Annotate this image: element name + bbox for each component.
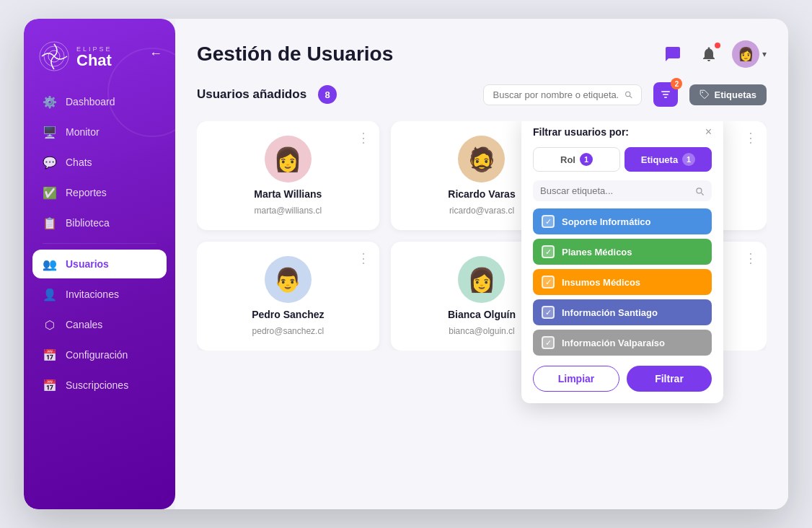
- sidebar-item-label: Reportes: [66, 187, 107, 198]
- filter-option-check: ✓: [542, 245, 555, 258]
- filter-tab-rol-count: 1: [580, 153, 593, 166]
- user-avatar: 👩: [265, 136, 312, 182]
- svg-point-3: [702, 92, 704, 93]
- sidebar-item-label: Monitor: [66, 126, 100, 138]
- sidebar-item-label: Suscripciones: [66, 379, 128, 391]
- usuarios-icon: 👥: [43, 257, 57, 271]
- page-title: Gestión de Usuarios: [197, 43, 393, 66]
- sidebar-item-invitaciones[interactable]: 👤 Invitaciones: [32, 280, 167, 309]
- bell-icon: [700, 45, 718, 63]
- back-button[interactable]: ←: [149, 46, 162, 61]
- main-header: Gestión de Usuarios 👩 ▾: [197, 40, 767, 68]
- filter-tab-rol[interactable]: Rol 1: [533, 147, 620, 172]
- filter-tab-rol-label: Rol: [560, 154, 575, 165]
- filter-option-insumos[interactable]: ✓ Insumos Médicos: [533, 269, 712, 295]
- sidebar-item-suscripciones[interactable]: 📅 Suscripciones: [32, 371, 167, 400]
- chats-icon: 💬: [43, 155, 57, 170]
- filter-option-check: ✓: [542, 215, 555, 228]
- filter-option-soporte[interactable]: ✓ Soporte Informático: [533, 208, 712, 234]
- sidebar-item-label: Canales: [66, 319, 102, 330]
- card-menu-button[interactable]: ⋮: [357, 130, 371, 146]
- user-avatar-dropdown[interactable]: 👩 ▾: [732, 40, 767, 68]
- user-email: ricardo@varas.cl: [449, 206, 514, 216]
- sidebar-item-label: Biblioteca: [66, 217, 110, 229]
- chat-button[interactable]: [660, 41, 686, 67]
- filter-count-badge: 2: [671, 78, 682, 89]
- user-name: Ricardo Varas: [448, 188, 515, 200]
- filter-title: Filtrar usuarios por:: [533, 126, 629, 138]
- sub-header-title: Usuarios añadidos: [197, 87, 306, 102]
- etiquetas-button[interactable]: Etiquetas: [689, 84, 767, 105]
- nav-divider: [43, 243, 156, 244]
- search-icon: [624, 89, 633, 100]
- search-bar: [483, 84, 642, 105]
- filter-button[interactable]: 2: [653, 82, 678, 107]
- filter-option-label: Insumos Médicos: [562, 277, 640, 288]
- user-card: ⋮ 👩 Marta Willians marta@willians.cl: [197, 121, 379, 230]
- card-menu-button[interactable]: ⋮: [357, 250, 371, 266]
- monitor-icon: 🖥️: [43, 125, 57, 139]
- filter-option-label: Soporte Informático: [562, 216, 651, 227]
- biblioteca-icon: 📋: [43, 216, 57, 230]
- app-container: ELIPSE Chat ← ⚙️ Dashboard 🖥️ Monitor 💬 …: [24, 19, 788, 509]
- notifications-button[interactable]: [696, 41, 722, 67]
- limpiar-button[interactable]: Limpiar: [533, 366, 619, 392]
- card-menu-button[interactable]: ⋮: [744, 130, 758, 146]
- dashboard-icon: ⚙️: [43, 94, 57, 109]
- filter-search-input[interactable]: [540, 185, 689, 196]
- filter-tab-etiqueta-count: 1: [682, 153, 695, 166]
- sidebar-item-dashboard[interactable]: ⚙️ Dashboard: [32, 87, 167, 116]
- filter-option-valparaiso[interactable]: ✓ Información Valparaíso: [533, 330, 712, 356]
- main-content: Gestión de Usuarios 👩 ▾: [175, 19, 788, 509]
- filter-tab-etiqueta-label: Etiqueta: [641, 154, 678, 165]
- sidebar-navigation: ⚙️ Dashboard 🖥️ Monitor 💬 Chats ✅ Report…: [24, 87, 175, 495]
- sidebar-item-chats[interactable]: 💬 Chats: [32, 148, 167, 177]
- filter-search-icon: [694, 186, 705, 196]
- user-avatar: 🧔: [458, 136, 505, 182]
- configuracion-icon: 📅: [43, 348, 57, 362]
- search-input[interactable]: [493, 89, 617, 100]
- filter-close-button[interactable]: ×: [705, 126, 712, 138]
- filter-option-label: Información Valparaíso: [562, 338, 665, 348]
- user-name: Bianca Olguín: [448, 309, 516, 320]
- sidebar-item-label: Chats: [66, 157, 92, 168]
- filter-actions: Limpiar Filtrar: [533, 366, 712, 392]
- user-email: marta@willians.cl: [255, 206, 322, 216]
- card-menu-button[interactable]: ⋮: [744, 250, 758, 266]
- filter-option-planes[interactable]: ✓ Planes Médicos: [533, 239, 712, 265]
- filter-button-container: 2: [653, 82, 678, 107]
- user-email: pedro@sanchez.cl: [252, 326, 325, 336]
- sidebar-item-label: Invitaciones: [66, 289, 119, 300]
- sidebar-item-canales[interactable]: ⬡ Canales: [32, 310, 167, 339]
- filter-option-check: ✓: [542, 336, 555, 349]
- filter-options-list: ✓ Soporte Informático ✓ Planes Médicos ✓…: [533, 208, 712, 356]
- tag-icon: [700, 89, 710, 100]
- filter-dropdown: Filtrar usuarios por: × Rol 1 Etiqueta 1: [521, 121, 723, 403]
- chat-bubble-icon: [664, 45, 681, 63]
- user-avatar: 👩: [732, 40, 759, 68]
- user-card: ⋮ 👨 Pedro Sanchez pedro@sanchez.cl: [197, 242, 379, 351]
- user-name: Pedro Sanchez: [252, 309, 324, 320]
- sidebar-item-reportes[interactable]: ✅ Reportes: [32, 178, 167, 207]
- filter-option-label: Información Santiago: [562, 307, 658, 318]
- filter-option-santiago[interactable]: ✓ Información Santiago: [533, 299, 712, 325]
- filter-option-check: ✓: [542, 276, 555, 289]
- filter-search: [533, 180, 712, 201]
- filter-tab-etiqueta[interactable]: Etiqueta 1: [625, 147, 712, 172]
- sidebar-item-biblioteca[interactable]: 📋 Biblioteca: [32, 208, 167, 237]
- user-avatar: 👨: [265, 256, 312, 303]
- sidebar-logo: ELIPSE Chat: [24, 33, 175, 87]
- users-count-badge: 8: [318, 85, 337, 104]
- user-email: bianca@olguin.cl: [449, 326, 515, 336]
- content-area: ⋮ 👩 Marta Willians marta@willians.cl ⋮ 🧔…: [197, 121, 767, 495]
- sidebar-item-usuarios[interactable]: 👥 Usuarios: [32, 250, 167, 278]
- logo-text: Chat: [76, 53, 112, 69]
- sidebar-item-label: Configuración: [66, 349, 128, 361]
- sidebar-item-label: Dashboard: [66, 96, 115, 107]
- canales-icon: ⬡: [43, 317, 57, 332]
- sidebar-item-configuracion[interactable]: 📅 Configuración: [32, 340, 167, 369]
- sidebar-item-monitor[interactable]: 🖥️ Monitor: [32, 118, 167, 146]
- filtrar-button[interactable]: Filtrar: [627, 366, 712, 392]
- notification-dot: [715, 43, 720, 48]
- filter-icon: [660, 89, 671, 100]
